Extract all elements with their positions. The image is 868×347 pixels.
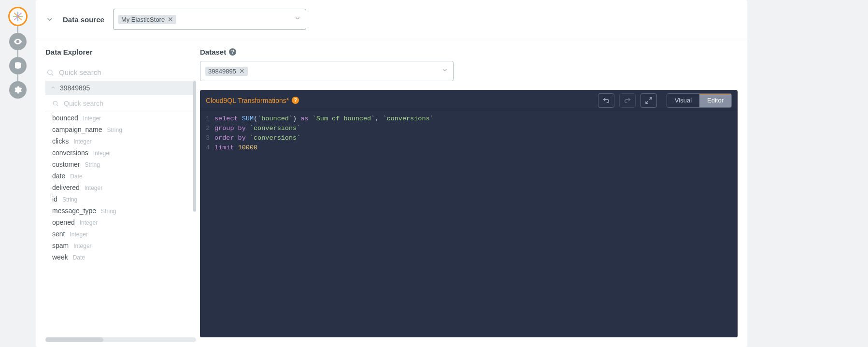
chevron-down-icon bbox=[441, 67, 448, 75]
field-name: id bbox=[52, 195, 57, 203]
help-icon[interactable]: ? bbox=[292, 97, 299, 104]
field-type: Date bbox=[70, 173, 82, 180]
step-logo[interactable] bbox=[8, 7, 28, 26]
main-panel: Data source My ElasticStore ✕ Data Explo… bbox=[36, 0, 747, 347]
svg-point-6 bbox=[48, 70, 52, 74]
field-name: bounced bbox=[52, 114, 78, 122]
field-row[interactable]: sentInteger bbox=[45, 228, 196, 240]
close-icon[interactable]: ✕ bbox=[168, 16, 173, 23]
datasource-chip-label: My ElasticStore bbox=[121, 16, 165, 23]
search-icon bbox=[52, 100, 59, 107]
field-row[interactable]: dateDate bbox=[45, 170, 196, 182]
editor-title: Cloud9QL Transformations* ? bbox=[206, 97, 299, 104]
field-search-input[interactable] bbox=[63, 99, 191, 108]
step-connector bbox=[17, 74, 18, 81]
field-name: conversions bbox=[52, 149, 88, 157]
field-row[interactable]: bouncedInteger bbox=[45, 112, 196, 124]
database-icon bbox=[14, 61, 22, 70]
line-gutter: 1234 bbox=[200, 114, 214, 333]
redo-button[interactable] bbox=[619, 93, 636, 108]
field-row[interactable]: message_typeString bbox=[45, 205, 196, 217]
explorer-search[interactable] bbox=[45, 65, 196, 81]
datasource-row: Data source My ElasticStore ✕ bbox=[36, 0, 747, 39]
field-row[interactable]: clicksInteger bbox=[45, 135, 196, 147]
close-icon[interactable]: ✕ bbox=[239, 68, 245, 74]
field-row[interactable]: idString bbox=[45, 193, 196, 205]
tree-node-label: 39849895 bbox=[60, 84, 90, 92]
field-list: bouncedIntegercampaign_nameStringclicksI… bbox=[45, 112, 196, 263]
field-search[interactable] bbox=[45, 95, 196, 112]
field-type: Integer bbox=[73, 138, 91, 145]
field-row[interactable]: campaign_nameString bbox=[45, 124, 196, 135]
help-icon[interactable]: ? bbox=[229, 48, 236, 56]
vertical-scrollbar[interactable] bbox=[192, 81, 196, 335]
field-row[interactable]: customerString bbox=[45, 159, 196, 170]
dataset-chip-label: 39849895 bbox=[208, 68, 236, 75]
field-type: String bbox=[85, 161, 100, 168]
editor-header: Cloud9QL Transformations* ? bbox=[200, 90, 738, 111]
code-area[interactable]: 1234 select SUM(`bounced`) as `Sum of bo… bbox=[200, 111, 738, 337]
datasource-label: Data source bbox=[63, 15, 104, 24]
tab-editor[interactable]: Editor bbox=[699, 94, 731, 107]
undo-button[interactable] bbox=[598, 93, 614, 108]
field-row[interactable]: openedInteger bbox=[45, 217, 196, 228]
datasource-chip: My ElasticStore ✕ bbox=[118, 15, 176, 24]
step-data[interactable] bbox=[9, 57, 27, 74]
field-type: Integer bbox=[80, 219, 98, 226]
undo-icon bbox=[602, 97, 610, 104]
field-name: customer bbox=[52, 160, 80, 168]
expand-icon bbox=[645, 97, 653, 104]
field-row[interactable]: weekDate bbox=[45, 251, 196, 263]
field-name: sent bbox=[52, 230, 65, 238]
step-preview[interactable] bbox=[9, 33, 27, 50]
editor-panel: Dataset ? 39849895 ✕ Cloud9QL Tran bbox=[195, 39, 747, 347]
field-type: String bbox=[101, 208, 116, 215]
field-type: Date bbox=[73, 254, 85, 261]
step-connector bbox=[17, 26, 18, 33]
field-name: delivered bbox=[52, 184, 80, 191]
field-type: Integer bbox=[85, 185, 102, 191]
horizontal-scrollbar[interactable] bbox=[45, 337, 196, 342]
expand-button[interactable] bbox=[640, 93, 657, 108]
tree-node[interactable]: 39849895 bbox=[45, 81, 196, 95]
field-type: Integer bbox=[93, 150, 111, 157]
dataset-select[interactable]: 39849895 ✕ bbox=[200, 61, 454, 81]
svg-line-11 bbox=[646, 101, 648, 103]
wizard-stepper bbox=[0, 0, 36, 347]
step-settings[interactable] bbox=[9, 81, 27, 99]
gear-icon bbox=[14, 86, 22, 94]
dataset-label: Dataset ? bbox=[200, 48, 738, 56]
explorer-search-input[interactable] bbox=[58, 68, 195, 77]
svg-point-4 bbox=[17, 41, 18, 42]
chevron-down-icon[interactable] bbox=[45, 15, 54, 24]
search-icon bbox=[46, 69, 54, 76]
field-type: Integer bbox=[83, 115, 101, 122]
field-row[interactable]: spamInteger bbox=[45, 240, 196, 251]
field-name: clicks bbox=[52, 137, 69, 145]
scrollbar-thumb[interactable] bbox=[193, 81, 196, 212]
field-type: Integer bbox=[70, 231, 87, 238]
field-name: message_type bbox=[52, 207, 96, 215]
svg-line-9 bbox=[57, 105, 58, 106]
field-name: date bbox=[52, 172, 65, 180]
redo-icon bbox=[624, 97, 631, 104]
field-row[interactable]: conversionsInteger bbox=[45, 147, 196, 159]
field-name: week bbox=[52, 253, 68, 261]
chevron-down-icon bbox=[294, 15, 301, 24]
dataset-label-text: Dataset bbox=[200, 48, 226, 56]
eye-icon bbox=[13, 37, 23, 46]
code-content[interactable]: select SUM(`bounced`) as `Sum of bounced… bbox=[214, 114, 738, 333]
field-type: String bbox=[62, 196, 77, 203]
chevron-up-icon bbox=[50, 84, 56, 92]
view-toggle: Visual Editor bbox=[667, 93, 732, 108]
svg-point-8 bbox=[53, 101, 57, 105]
tab-visual[interactable]: Visual bbox=[667, 94, 699, 107]
explorer-tree: 39849895 bouncedIntegercampaign_nameStri… bbox=[45, 81, 196, 342]
datasource-select[interactable]: My ElasticStore ✕ bbox=[113, 9, 306, 30]
field-type: Integer bbox=[73, 243, 91, 249]
scrollbar-thumb[interactable] bbox=[45, 337, 103, 342]
field-type: String bbox=[107, 127, 122, 133]
field-row[interactable]: deliveredInteger bbox=[45, 182, 196, 193]
field-name: campaign_name bbox=[52, 126, 102, 133]
code-editor: Cloud9QL Transformations* ? bbox=[200, 90, 738, 337]
